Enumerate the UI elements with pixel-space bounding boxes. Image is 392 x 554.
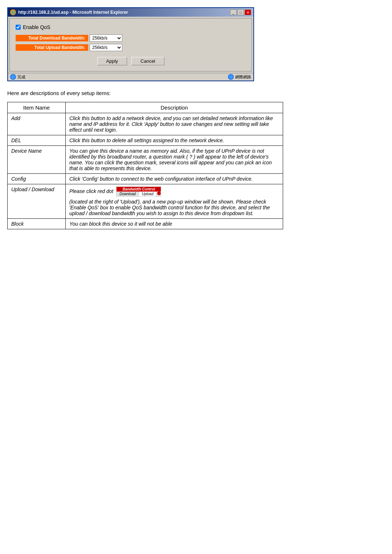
statusbar-right: 網際網路 <box>228 74 251 80</box>
browser-icon: 🌐 <box>10 9 16 15</box>
please-click-text: Please click red dot <box>69 188 113 194</box>
enable-qos-row: Enable QoS <box>16 24 246 30</box>
close-button[interactable]: ✕ <box>245 9 251 15</box>
item-desc-del: Click this button to delete all settings… <box>66 135 283 146</box>
bw-tab-download: Download <box>117 192 139 196</box>
bw-header: Bandwidth Control <box>117 187 161 192</box>
enable-qos-label: Enable QoS <box>23 24 50 30</box>
description-text: Here are descriptions of every setup ite… <box>7 90 385 96</box>
download-bandwidth-label: Total Download Bandwidth: <box>16 35 88 41</box>
ie-window: 🌐 http://192.168.2.1/ud.asp - Microsoft … <box>7 7 254 81</box>
table-row: DEL Click this button to delete all sett… <box>8 135 283 146</box>
ie-content: Enable QoS Total Download Bandwidth: 256… <box>9 18 252 71</box>
upload-download-desc-suffix: (located at the right of 'Upload'), and … <box>69 199 270 216</box>
statusbar-left: 完成 <box>10 74 25 80</box>
ie-title-left: 🌐 http://192.168.2.1/ud.asp - Microsoft … <box>10 9 128 15</box>
upload-download-first-line: Please click red dot Bandwidth Control D… <box>69 186 279 197</box>
table-row: Config Click 'Config' button to connect … <box>8 174 283 184</box>
download-bandwidth-select[interactable]: 256kb/s 512kb/s 1Mb/s 2Mb/s <box>90 34 122 42</box>
button-row: Apply Cancel <box>16 57 246 65</box>
upload-bandwidth-label: Total Upload Bandwidth: <box>16 44 88 51</box>
item-name-upload-download: Upload / Download <box>8 184 66 219</box>
statusbar-right-globe-icon <box>228 74 234 80</box>
download-bandwidth-row: Total Download Bandwidth: 256kb/s 512kb/… <box>16 34 246 42</box>
col-header-item-name: Item Name <box>8 102 66 113</box>
item-name-device-name: Device Name <box>8 146 66 174</box>
restore-button[interactable]: □ <box>237 9 244 15</box>
ie-titlebar: 🌐 http://192.168.2.1/ud.asp - Microsoft … <box>8 8 253 17</box>
statusbar-globe-icon <box>10 74 16 80</box>
table-row: Upload / Download Please click red dot B… <box>8 184 283 219</box>
item-name-del: DEL <box>8 135 66 146</box>
ie-statusbar: 完成 網際網路 <box>8 73 253 81</box>
cancel-button[interactable]: Cancel <box>131 57 164 65</box>
statusbar-left-text: 完成 <box>17 74 25 80</box>
apply-button[interactable]: Apply <box>97 57 127 65</box>
col-header-description: Description <box>66 102 283 113</box>
statusbar-right-text: 網際網路 <box>235 74 251 80</box>
ie-controls[interactable]: _ □ ✕ <box>230 9 251 15</box>
item-name-block: Block <box>8 219 66 229</box>
bandwidth-control-widget: Bandwidth Control Download Upload <box>116 186 161 197</box>
item-name-config: Config <box>8 174 66 184</box>
item-desc-config: Click 'Config' button to connect to the … <box>66 174 283 184</box>
bw-tab-upload: Upload <box>139 192 157 196</box>
info-table: Item Name Description Add Click this but… <box>7 102 283 229</box>
item-name-add: Add <box>8 113 66 135</box>
upload-bandwidth-select[interactable]: 256kb/s 512kb/s 1Mb/s 2Mb/s <box>90 44 122 51</box>
minimize-button[interactable]: _ <box>230 9 237 15</box>
item-desc-device-name: You can give this device a name as memor… <box>66 146 283 174</box>
enable-qos-checkbox[interactable] <box>16 25 21 30</box>
table-row: Add Click this button to add a network d… <box>8 113 283 135</box>
window-title: http://192.168.2.1/ud.asp - Microsoft In… <box>18 10 128 15</box>
bw-tabs: Download Upload <box>117 192 161 196</box>
item-desc-block: You can block this device so it will not… <box>66 219 283 229</box>
item-desc-upload-download: Please click red dot Bandwidth Control D… <box>66 184 283 219</box>
item-desc-add: Click this button to add a network devic… <box>66 113 283 135</box>
upload-bandwidth-row: Total Upload Bandwidth: 256kb/s 512kb/s … <box>16 44 246 51</box>
table-row: Block You can block this device so it wi… <box>8 219 283 229</box>
table-row: Device Name You can give this device a n… <box>8 146 283 174</box>
bw-red-dot <box>157 192 161 195</box>
table-header-row: Item Name Description <box>8 102 283 113</box>
